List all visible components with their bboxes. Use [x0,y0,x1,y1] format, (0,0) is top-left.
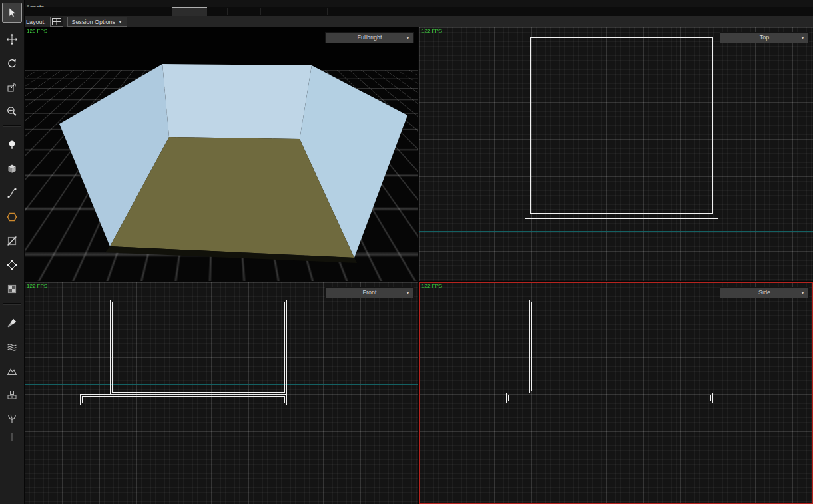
view-type-dropdown[interactable]: Top ▼ [720,32,809,43]
toolbar-separator [3,303,21,305]
panel-tab-strip: Assets [25,0,813,7]
curve-tool-button[interactable] [2,183,22,203]
brush-inner-outline [531,302,714,391]
rotate-icon [6,57,18,69]
vertex-icon [6,259,18,271]
active-document-tab[interactable] [172,7,207,16]
texture-checker-icon [6,283,18,295]
view-type-label: Side [758,289,770,296]
move-icon [6,33,18,45]
tab-separator [327,8,328,15]
vertex-tool-button[interactable] [2,255,22,275]
texture-tool-button[interactable] [2,279,22,299]
paint-tool-button[interactable] [2,313,22,333]
polygon-icon [6,211,18,223]
light-tool-button[interactable] [2,135,22,155]
viewport-front[interactable]: 122 FPS Front ▼ [25,282,418,504]
fps-counter: 122 FPS [27,283,47,289]
viewport-top[interactable]: 122 FPS Top ▼ [419,27,813,281]
terrain-icon [6,365,18,377]
chevron-down-icon: ▼ [406,288,410,298]
select-cursor-icon [6,7,18,19]
front-view-wireframe[interactable] [25,282,418,504]
view-type-label: Top [760,34,770,41]
tab-separator [260,8,261,15]
brush-outer-outline [110,300,286,394]
rotate-tool-button[interactable] [2,53,22,73]
sculpt-tool-button[interactable] [2,361,22,381]
room-back-wall [162,64,312,139]
brush-inner-outline [530,37,712,213]
block-tool-button[interactable] [2,159,22,179]
render-mode-dropdown[interactable]: Fullbright ▼ [325,32,414,43]
displacement-waves-icon [6,341,18,353]
chevron-down-icon: ▼ [800,33,805,43]
chevron-down-icon: ▼ [800,288,805,298]
clip-icon [6,235,18,247]
layout-grid-button[interactable] [50,17,63,27]
clip-tool-button[interactable] [2,231,22,251]
foliage-tool-button[interactable] [2,409,22,429]
top-view-wireframe[interactable] [419,27,813,281]
side-view-wireframe[interactable] [419,282,813,504]
chevron-down-icon: ▼ [118,19,123,24]
render-mode-label: Fullbright [357,34,382,41]
document-tab-bar [25,7,813,16]
tab-separator [294,8,294,15]
viewport-side[interactable]: 122 FPS Side ▼ [419,282,813,504]
zoom-icon [6,105,18,117]
view-type-dropdown[interactable]: Front ▼ [325,287,414,298]
scale-icon [6,81,18,93]
options-bar: Layout: Session Options ▼ [25,16,813,27]
floor-slab-inner-outline [508,395,710,401]
chevron-down-icon: ▼ [406,33,410,43]
scale-tool-button[interactable] [2,77,22,97]
fps-counter: 120 FPS [27,28,47,34]
brush-outer-outline [529,300,716,393]
brush-outer-outline [525,29,718,218]
toolbar-separator [3,125,21,127]
view-type-label: Front [362,289,376,296]
tool-sidebar [0,0,25,504]
curve-icon [6,187,18,199]
blocks-stack-icon [6,389,18,401]
cube-icon [6,163,18,175]
displacement-tool-button[interactable] [2,337,22,357]
session-options-label: Session Options [72,19,116,25]
tab-separator [227,8,228,15]
blocks-stack-tool-button[interactable] [2,385,22,405]
move-tool-button[interactable] [2,29,22,49]
foliage-icon [6,413,18,425]
paint-brush-icon [6,317,18,329]
quad-layout-icon [52,18,61,25]
viewport-3d[interactable]: 120 FPS Fullbright ▼ [25,27,418,281]
layout-label: Layout: [26,19,46,25]
toolbar-end-mark [11,433,13,441]
view-type-dropdown[interactable]: Side ▼ [720,287,809,298]
floor-slab-outer-outline [506,393,712,403]
session-options-button[interactable]: Session Options ▼ [67,17,127,27]
fps-counter: 122 FPS [421,28,442,34]
zoom-tool-button[interactable] [2,101,22,121]
polygon-tool-button[interactable] [2,207,22,227]
floor-slab-inner-outline [82,396,284,403]
floor-slab-outer-outline [80,394,286,405]
light-bulb-icon [6,139,18,151]
fps-counter: 122 FPS [421,283,442,289]
select-tool-button[interactable] [2,3,22,23]
room-brush-geometry[interactable] [25,27,418,281]
brush-inner-outline [112,302,284,392]
